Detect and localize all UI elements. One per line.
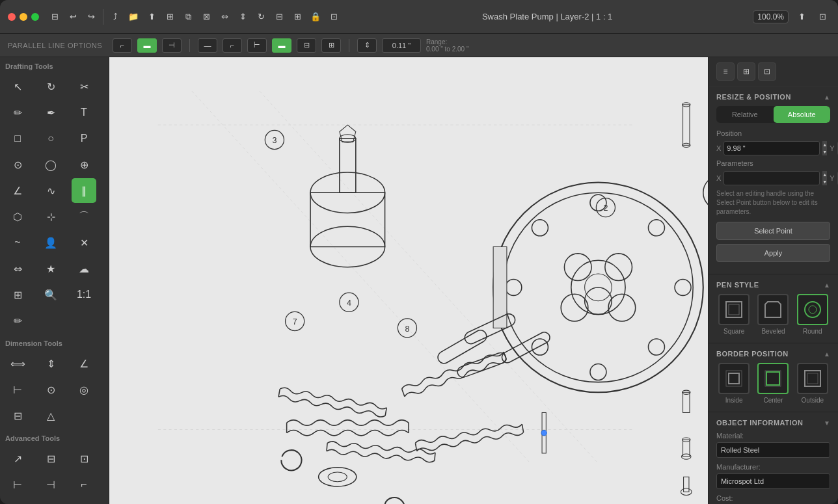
panel-layers-icon[interactable]: ⊞ <box>737 62 755 81</box>
line-option-dash[interactable]: ⊣ <box>162 38 182 53</box>
tool-adv-crop[interactable]: ⊡ <box>72 446 96 471</box>
lock-icon[interactable]: 🔒 <box>308 9 323 25</box>
tool-adv-corner[interactable]: ⌐ <box>72 472 96 497</box>
tool-adv-join[interactable]: ⊢ <box>5 472 30 497</box>
tool-adv-scissors2[interactable]: ✂ <box>38 498 63 504</box>
params-x-input[interactable] <box>723 171 820 185</box>
tool-snap[interactable]: ⊞ <box>5 282 30 307</box>
manufacturer-value[interactable]: Microspot Ltd <box>716 473 830 489</box>
tool-scale[interactable]: 1:1 <box>72 282 96 307</box>
line-option-corner[interactable]: ⌐ <box>113 38 132 53</box>
line-width-input[interactable]: 0.11 " <box>382 38 421 53</box>
material-value[interactable]: Rolled Steel <box>716 442 830 458</box>
tool-rotate[interactable]: ↻ <box>38 74 63 99</box>
table-icon[interactable]: ⊞ <box>290 9 305 25</box>
position-x-input[interactable]: 9.98 " <box>723 141 820 155</box>
pen-option-square[interactable]: Square <box>718 294 750 335</box>
undo-icon[interactable]: ↩ <box>65 9 81 25</box>
redo-icon[interactable]: ↪ <box>83 9 99 25</box>
grid-icon[interactable]: ⊞ <box>162 9 178 25</box>
resize-collapse-icon[interactable]: ▲ <box>824 94 830 101</box>
tool-target[interactable]: ⊙ <box>5 152 30 177</box>
border-position-header[interactable]: BORDER POSITION ▲ <box>709 343 838 363</box>
tool-select[interactable]: ↖ <box>5 74 30 99</box>
line-style-2[interactable]: ⌐ <box>223 38 242 53</box>
resize-position-header[interactable]: RESIZE & POSITION ▲ <box>709 86 838 106</box>
transform-icon[interactable]: ⊠ <box>198 9 214 25</box>
border-position-collapse-icon[interactable]: ▲ <box>824 351 830 358</box>
panel-toggle-icon[interactable]: ⊟ <box>47 9 62 25</box>
tool-brush[interactable]: ✏ <box>5 100 30 125</box>
layers-icon[interactable]: ⊡ <box>326 9 342 25</box>
minimize-button[interactable] <box>20 13 27 21</box>
object-info-header[interactable]: OBJECT INFORMATION ▼ <box>709 412 838 432</box>
tool-adv-select[interactable]: ↗ <box>5 446 30 471</box>
tool-curve[interactable]: ∿ <box>38 178 63 203</box>
rotate-icon[interactable]: ↻ <box>253 9 269 25</box>
tool-dim-angle[interactable]: ∠ <box>72 351 96 376</box>
tool-special[interactable]: ⊕ <box>72 152 96 177</box>
zoom-display[interactable]: 100.0% <box>753 10 789 23</box>
tool-node[interactable]: ⊹ <box>38 204 63 229</box>
share-icon[interactable]: ⤴ <box>107 9 123 25</box>
folder-icon[interactable]: 📁 <box>126 9 141 25</box>
line-option-fill[interactable]: ▬ <box>137 38 157 53</box>
line-style-3[interactable]: ⊢ <box>247 38 267 53</box>
tool-star[interactable]: ★ <box>38 256 63 281</box>
tool-adv-split[interactable]: ⊣ <box>38 472 63 497</box>
tool-bubble[interactable]: ◯ <box>38 152 63 177</box>
params-x-down[interactable]: ▼ <box>822 178 827 185</box>
relative-btn[interactable]: Relative <box>716 106 774 123</box>
pen-style-header[interactable]: PEN STYLE ▲ <box>709 274 838 294</box>
tool-hexagon[interactable]: ⬡ <box>5 204 30 229</box>
tool-dim-triangle[interactable]: △ <box>38 403 63 428</box>
tool-dim-ring[interactable]: ◎ <box>72 377 96 402</box>
tool-adv-scissors[interactable]: ✂ <box>5 498 30 504</box>
flip-v-icon[interactable]: ⇕ <box>235 9 250 25</box>
tool-dim-vert[interactable]: ⇕ <box>38 351 63 376</box>
position-x-down[interactable]: ▼ <box>822 148 827 155</box>
tool-dim-edit[interactable]: ⊢ <box>5 377 30 402</box>
upload-icon[interactable]: ⬆ <box>794 9 809 25</box>
tool-person[interactable]: 👤 <box>38 230 63 255</box>
pen-option-beveled[interactable]: Beveled <box>757 294 789 335</box>
select-point-btn[interactable]: Select Point <box>716 222 830 240</box>
absolute-btn[interactable]: Absolute <box>774 106 831 123</box>
tool-angle[interactable]: ∠ <box>5 178 30 203</box>
apply-btn[interactable]: Apply <box>716 244 830 262</box>
line-style-5[interactable]: ⊟ <box>297 38 316 53</box>
tool-text2[interactable]: P <box>72 126 96 151</box>
export-icon[interactable]: ⬆ <box>144 9 159 25</box>
line-width-icon[interactable]: ⇕ <box>357 38 377 53</box>
tool-align2[interactable]: ⇔ <box>5 256 30 281</box>
tool-zoom[interactable]: 🔍 <box>38 282 63 307</box>
canvas-area[interactable]: 3 12 2 4 7 8 <box>109 57 708 504</box>
tool-dim-horiz[interactable]: ⟺ <box>5 351 30 376</box>
panel-grid-icon[interactable]: ⊡ <box>758 62 776 81</box>
flip-h-icon[interactable]: ⇔ <box>217 9 232 25</box>
tool-line-active[interactable]: ∥ <box>72 178 96 203</box>
tool-dim-multi[interactable]: ⊟ <box>5 403 30 428</box>
tool-cloud[interactable]: ☁ <box>72 256 96 281</box>
fullscreen-icon[interactable]: ⊡ <box>815 9 830 25</box>
mirror-icon[interactable]: ⊟ <box>271 9 287 25</box>
line-style-6[interactable]: ⊞ <box>321 38 341 53</box>
border-option-inside[interactable]: Inside <box>718 363 750 404</box>
line-style-4[interactable]: ▬ <box>272 38 291 53</box>
tool-signature[interactable]: ~ <box>5 230 30 255</box>
tool-text-t[interactable]: T <box>72 100 96 125</box>
tool-dim-circle[interactable]: ⊙ <box>38 377 63 402</box>
border-option-outside[interactable]: Outside <box>797 363 828 404</box>
pen-option-round[interactable]: Round <box>797 294 828 335</box>
duplicate-icon[interactable]: ⧉ <box>180 9 196 25</box>
border-option-center[interactable]: Center <box>757 363 789 404</box>
tool-pen[interactable]: ✒ <box>38 100 63 125</box>
pen-style-collapse-icon[interactable]: ▲ <box>824 282 830 289</box>
tool-arc[interactable]: ⌒ <box>72 204 96 229</box>
params-x-up[interactable]: ▲ <box>822 171 827 178</box>
tool-pencil2[interactable]: ✏ <box>5 308 30 333</box>
tool-circle[interactable]: ○ <box>38 126 63 151</box>
panel-menu-icon[interactable]: ≡ <box>716 62 735 81</box>
object-info-collapse-icon[interactable]: ▼ <box>824 419 830 427</box>
maximize-button[interactable] <box>31 13 39 21</box>
